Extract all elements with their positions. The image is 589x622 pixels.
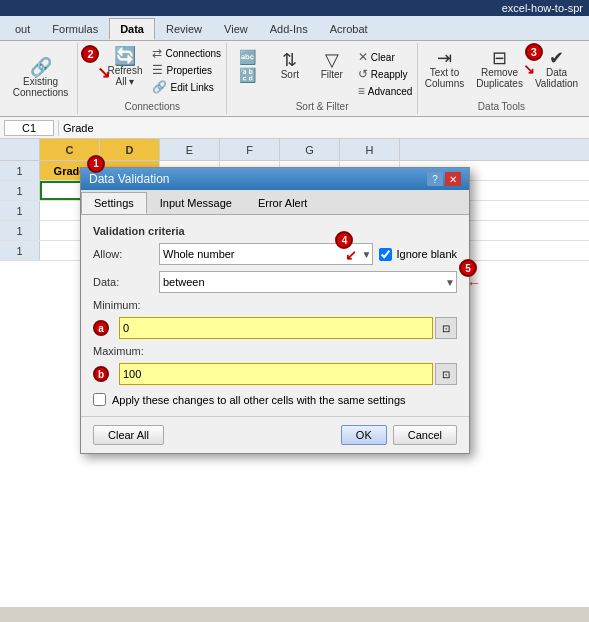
reapply-label: Reapply — [371, 69, 408, 80]
maximum-input[interactable] — [119, 363, 433, 385]
remove-dup-icon: ⊟ — [492, 49, 507, 67]
apply-checkbox[interactable] — [93, 393, 106, 406]
refresh-label: RefreshAll ▾ — [107, 65, 142, 87]
text-to-columns-label: Text toColumns — [425, 67, 464, 89]
apply-row: Apply these changes to all other cells w… — [93, 393, 457, 406]
filter-label: Filter — [321, 69, 343, 80]
tab-view[interactable]: View — [213, 18, 259, 40]
edit-links-item[interactable]: 🔗 Edit Links — [150, 79, 223, 95]
data-row: Data: between ▼ 5 ← — [93, 271, 457, 293]
minimum-input-group: ⊡ — [119, 317, 457, 339]
spreadsheet: Grade C D E F G H 1 Grade 1 ↗ GPA 1 — [0, 117, 589, 607]
maximum-input-row: b ⊡ — [93, 363, 457, 385]
remove-dup-label: RemoveDuplicates — [476, 67, 523, 89]
existing-connections-button[interactable]: 🔗 ExistingConnections — [9, 56, 73, 100]
data-tools-label: Data Tools — [478, 99, 525, 112]
text-to-columns-button[interactable]: ⇥ Text toColumns — [421, 47, 468, 91]
ignore-blank-checkbox[interactable] — [379, 248, 392, 261]
tab-input-message[interactable]: Input Message — [147, 192, 245, 214]
data-tools-group: ⇥ Text toColumns ⊟ RemoveDuplicates 3 ↘ … — [418, 43, 585, 114]
connections-small-group: ⇄ Connections ☰ Properties 🔗 Edit Links — [150, 45, 223, 95]
cancel-button[interactable]: Cancel — [393, 425, 457, 445]
ignore-blank-label: Ignore blank — [396, 248, 457, 260]
arrow-5: ← — [467, 275, 481, 291]
sort-az-icon: 🔤 — [239, 50, 256, 64]
title-bar: excel-how-to-spr — [0, 0, 589, 16]
advanced-label: Advanced — [368, 86, 412, 97]
filter-icon: ▽ — [325, 51, 339, 69]
dialog-help-button[interactable]: ? — [427, 172, 443, 186]
clear-label: Clear — [371, 52, 395, 63]
clear-item[interactable]: ✕ Clear — [356, 49, 415, 65]
sort-icon: ⇅ — [282, 51, 297, 69]
tab-formulas[interactable]: Formulas — [41, 18, 109, 40]
sort-filter-group: 🔤 🔡 ⇅ Sort ▽ Filter ✕ Cl — [227, 43, 417, 114]
sort-az-button[interactable]: 🔤 — [230, 49, 266, 65]
data-select-wrapper: between ▼ 5 ← — [159, 271, 457, 293]
arrow-4: ↙ — [345, 247, 357, 263]
footer-left: Clear All — [93, 425, 164, 445]
tab-review[interactable]: Review — [155, 18, 213, 40]
tab-settings[interactable]: Settings — [81, 192, 147, 214]
properties-item[interactable]: ☰ Properties — [150, 62, 223, 78]
reapply-icon: ↺ — [358, 67, 368, 81]
ok-button[interactable]: OK — [341, 425, 387, 445]
clear-all-button[interactable]: Clear All — [93, 425, 164, 445]
allow-row: Allow: 4 ↙ Whole number ▼ Ignore blank — [93, 243, 457, 265]
advanced-item[interactable]: ≡ Advanced — [356, 83, 415, 99]
tab-error-alert[interactable]: Error Alert — [245, 192, 321, 214]
dialog-title-bar: Data Validation ? ✕ — [81, 168, 469, 190]
minimum-input-row: a ⊡ — [93, 317, 457, 339]
filter-button[interactable]: ▽ Filter — [314, 49, 350, 82]
title-text: excel-how-to-spr — [502, 2, 583, 14]
data-validation-label: DataValidation — [535, 67, 578, 89]
minimum-input[interactable] — [119, 317, 433, 339]
connections-item[interactable]: ⇄ Connections — [150, 45, 223, 61]
ignore-blank-checkbox-row: Ignore blank — [379, 248, 457, 261]
connections-label: Connections — [124, 99, 180, 112]
existing-connections-group: 🔗 ExistingConnections — [4, 43, 78, 114]
connections-icon: 🔗 — [30, 58, 52, 76]
apply-label: Apply these changes to all other cells w… — [112, 394, 406, 406]
advanced-icon: ≡ — [358, 84, 365, 98]
collapse-icon-2: ⊡ — [442, 369, 450, 380]
dialog-footer: Clear All OK Cancel — [81, 416, 469, 453]
maximum-collapse-button[interactable]: ⊡ — [435, 363, 457, 385]
badge-a: a — [93, 320, 109, 336]
dialog-overlay: Data Validation ? ✕ Settings Input Messa… — [0, 117, 589, 607]
sort-label: Sort — [281, 69, 299, 80]
maximum-label: Maximum: — [93, 345, 153, 357]
sort-za-button[interactable]: 🔡 — [230, 67, 266, 83]
badge-1: 1 — [87, 155, 105, 173]
data-validation-icon: ✔ — [549, 49, 564, 67]
dialog-body: Validation criteria Allow: 4 ↙ Whole num… — [81, 215, 469, 416]
tab-acrobat[interactable]: Acrobat — [319, 18, 379, 40]
tab-addins[interactable]: Add-Ins — [259, 18, 319, 40]
arrow-2: ↘ — [97, 63, 110, 82]
sort-filter-label: Sort & Filter — [296, 99, 349, 112]
footer-right: OK Cancel — [341, 425, 457, 445]
remove-duplicates-button[interactable]: ⊟ RemoveDuplicates — [472, 47, 527, 91]
collapse-icon: ⊡ — [442, 323, 450, 334]
maximum-input-group: ⊡ — [119, 363, 457, 385]
dialog-title-buttons: ? ✕ — [427, 172, 461, 186]
connections-small-icon: ⇄ — [152, 46, 162, 60]
data-validation-dialog: Data Validation ? ✕ Settings Input Messa… — [80, 167, 470, 454]
sort-za-icon: 🔡 — [239, 68, 256, 82]
data-select[interactable]: between — [159, 271, 457, 293]
minimum-collapse-button[interactable]: ⊡ — [435, 317, 457, 339]
tab-data[interactable]: Data — [109, 18, 155, 40]
allow-select-wrapper: 4 ↙ Whole number ▼ — [159, 243, 373, 265]
dialog-title-text: Data Validation — [89, 172, 170, 186]
refresh-group: 2 ↘ 🔄 RefreshAll ▾ ⇄ Connections ☰ Prope… — [78, 43, 227, 114]
tab-out[interactable]: out — [4, 18, 41, 40]
clear-icon: ✕ — [358, 50, 368, 64]
badge-b: b — [93, 366, 109, 382]
sort-small-group: ✕ Clear ↺ Reapply ≡ Advanced — [356, 49, 415, 99]
reapply-item[interactable]: ↺ Reapply — [356, 66, 415, 82]
badge-2: 2 — [81, 45, 99, 63]
sort-button[interactable]: ⇅ Sort — [272, 49, 308, 82]
dialog-close-button[interactable]: ✕ — [445, 172, 461, 186]
arrow-3: ↘ — [523, 61, 535, 77]
edit-links-icon: 🔗 — [152, 80, 167, 94]
